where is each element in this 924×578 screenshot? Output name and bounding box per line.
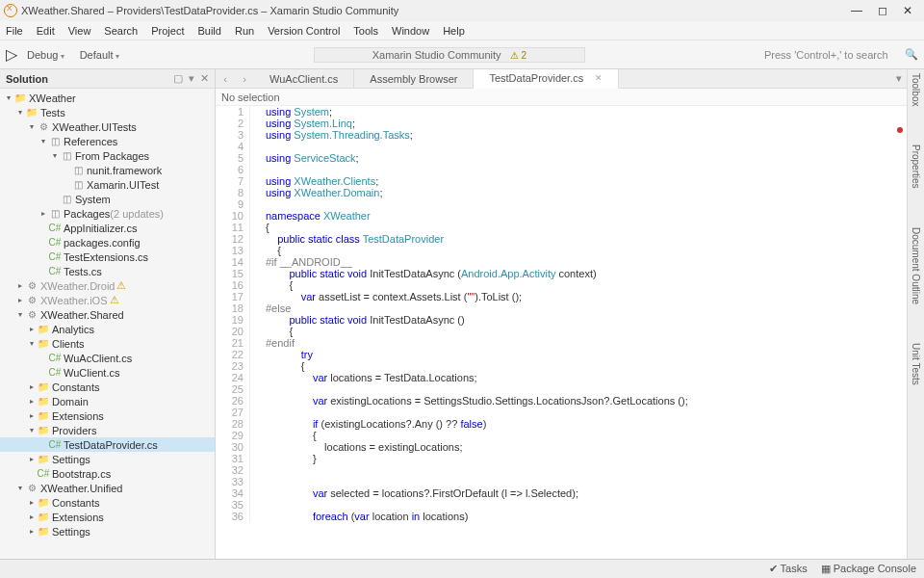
code-line[interactable]: var selected = locations?.FirstOrDefault… [262,487,578,499]
editor-tab[interactable]: Assembly Browser [354,69,474,89]
expand-icon[interactable]: ▸ [27,455,37,463]
tree-node[interactable]: ▸📁Analytics [0,322,215,336]
sidebar-tool-0[interactable]: ▢ [173,72,183,85]
code-line[interactable]: using System; [262,106,332,118]
expand-icon[interactable]: ▾ [15,108,25,117]
fold-gutter[interactable] [250,106,262,118]
code-line[interactable]: { [262,279,293,291]
run-button[interactable]: ▷ [6,45,17,64]
code-line[interactable]: foreach (var location in locations) [262,511,468,522]
tree-node[interactable]: C#packages.config [0,235,215,250]
global-search[interactable]: Press 'Control+,' to search 🔍 [764,48,918,61]
fold-gutter[interactable] [250,453,262,464]
tasks-button[interactable]: ✔ Tasks [769,563,808,575]
menu-search[interactable]: Search [104,25,138,37]
fold-gutter[interactable] [250,349,262,360]
tree-node[interactable]: ▾⚙XWeather.UITests [0,119,215,134]
fold-gutter[interactable] [250,118,262,129]
tab-overflow-button[interactable]: ▾ [891,72,907,85]
fold-gutter[interactable] [250,256,262,268]
panel-tab-properties[interactable]: Properties [911,144,921,189]
fold-gutter[interactable] [250,141,262,152]
tree-node[interactable]: C#Tests.cs [0,264,215,278]
menu-project[interactable]: Project [151,25,184,37]
expand-icon[interactable]: ▾ [4,93,13,102]
menu-window[interactable]: Window [392,25,429,37]
code-line[interactable]: #endif [262,337,295,349]
code-line[interactable] [262,476,266,487]
expand-icon[interactable]: ▸ [27,397,37,406]
tree-node[interactable]: ▾📁Clients [0,336,215,351]
code-line[interactable]: var locations = TestData.Locations; [262,372,477,383]
fold-gutter[interactable] [250,210,262,222]
code-line[interactable]: } [262,453,317,464]
code-line[interactable]: using ServiceStack; [262,152,359,164]
code-line[interactable]: { [262,326,293,337]
tree-node[interactable]: ▾◫From Packages [0,148,215,163]
fold-gutter[interactable] [250,164,262,175]
fold-gutter[interactable] [250,511,262,522]
nav-back-button[interactable]: ‹ [216,73,235,85]
tree-node[interactable]: C#TestDataProvider.cs [0,437,215,452]
sidebar-tool-1[interactable]: ▾ [189,72,194,85]
expand-icon[interactable]: ▸ [27,498,37,507]
code-line[interactable]: { [262,360,304,372]
tree-node[interactable]: C#Bootstrap.cs [0,466,215,481]
fold-gutter[interactable] [250,372,262,383]
fold-gutter[interactable] [250,337,262,349]
expand-icon[interactable]: ▸ [38,209,48,218]
tree-node[interactable]: ▾📁Providers [0,423,215,437]
code-line[interactable]: using XWeather.Domain; [262,187,383,198]
sidebar-tool-2[interactable]: ✕ [200,72,209,85]
fold-gutter[interactable] [250,279,262,291]
tree-node[interactable]: ▸◫Packages (2 updates) [0,206,215,221]
fold-gutter[interactable] [250,430,262,441]
tree-node[interactable]: C#TestExtensions.cs [0,250,215,264]
breadcrumb[interactable]: No selection [216,89,907,106]
tab-close-icon[interactable]: ✕ [595,73,603,83]
tree-node[interactable]: ▾📁Tests [0,105,215,119]
fold-gutter[interactable] [250,245,262,256]
tree-node[interactable]: ▸📁Constants [0,380,215,394]
tree-node[interactable]: ▸📁Constants [0,495,215,510]
error-marker-icon[interactable] [897,127,903,133]
fold-gutter[interactable] [250,441,262,453]
code-line[interactable]: public static void InitTestDataAsync () [262,314,465,326]
tree-node[interactable]: ▸⚙XWeather.Droid⚠ [0,278,215,293]
expand-icon[interactable]: ▾ [15,484,25,492]
tree-node[interactable]: C#WuAcClient.cs [0,351,215,365]
fold-gutter[interactable] [250,464,262,476]
editor-tab[interactable]: TestDataProvider.cs✕ [474,69,619,89]
code-line[interactable]: #else [262,302,291,314]
tree-node[interactable]: ▸📁Extensions [0,510,215,524]
close-button[interactable]: ✕ [903,4,912,17]
tree-node[interactable]: ▸📁Domain [0,394,215,408]
code-line[interactable]: { [262,430,317,441]
editor-tab[interactable]: WuAcClient.cs [254,69,354,89]
expand-icon[interactable]: ▸ [27,325,37,333]
menu-version-control[interactable]: Version Control [268,25,340,37]
tree-node[interactable]: ▾📁XWeather [0,91,215,105]
expand-icon[interactable]: ▸ [15,296,25,304]
fold-gutter[interactable] [250,476,262,487]
fold-gutter[interactable] [250,395,262,407]
code-line[interactable]: public static void InitTestDataAsync (An… [262,268,597,279]
panel-tab-toolbox[interactable]: Toolbox [911,73,921,106]
expand-icon[interactable]: ▾ [27,122,37,131]
menu-edit[interactable]: Edit [37,25,55,37]
fold-gutter[interactable] [250,152,262,164]
fold-gutter[interactable] [250,326,262,337]
fold-gutter[interactable] [250,487,262,499]
code-line[interactable] [262,499,266,511]
menu-help[interactable]: Help [443,25,465,37]
expand-icon[interactable]: ▾ [27,426,37,434]
code-line[interactable]: namespace XWeather [262,210,371,222]
code-line[interactable]: using System.Linq; [262,118,355,129]
fold-gutter[interactable] [250,198,262,210]
code-line[interactable] [262,164,266,175]
code-line[interactable]: { [262,222,270,233]
expand-icon[interactable]: ▾ [27,339,37,348]
fold-gutter[interactable] [250,314,262,326]
menu-run[interactable]: Run [235,25,254,37]
code-line[interactable]: using XWeather.Clients; [262,175,378,187]
